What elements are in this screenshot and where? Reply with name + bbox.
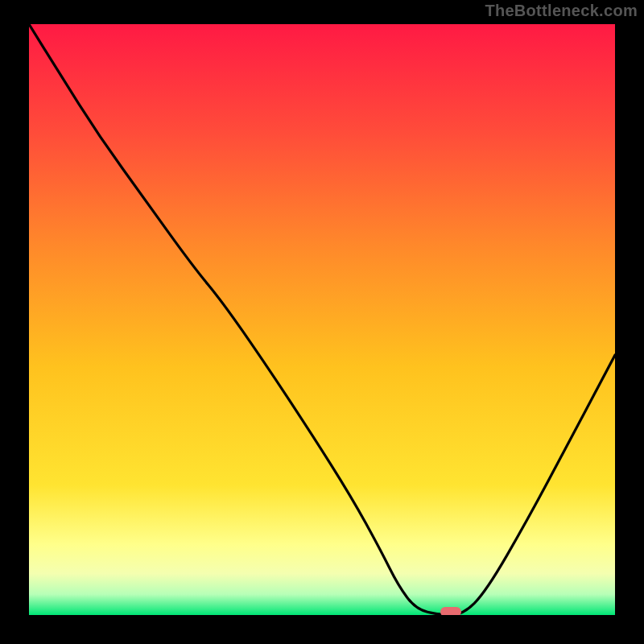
plot-area bbox=[29, 24, 615, 615]
bottleneck-curve-path bbox=[29, 24, 615, 615]
optimum-marker bbox=[440, 607, 461, 615]
curve-layer bbox=[29, 24, 615, 615]
watermark-text: TheBottleneck.com bbox=[485, 2, 638, 20]
chart-stage: TheBottleneck.com bbox=[0, 0, 644, 644]
